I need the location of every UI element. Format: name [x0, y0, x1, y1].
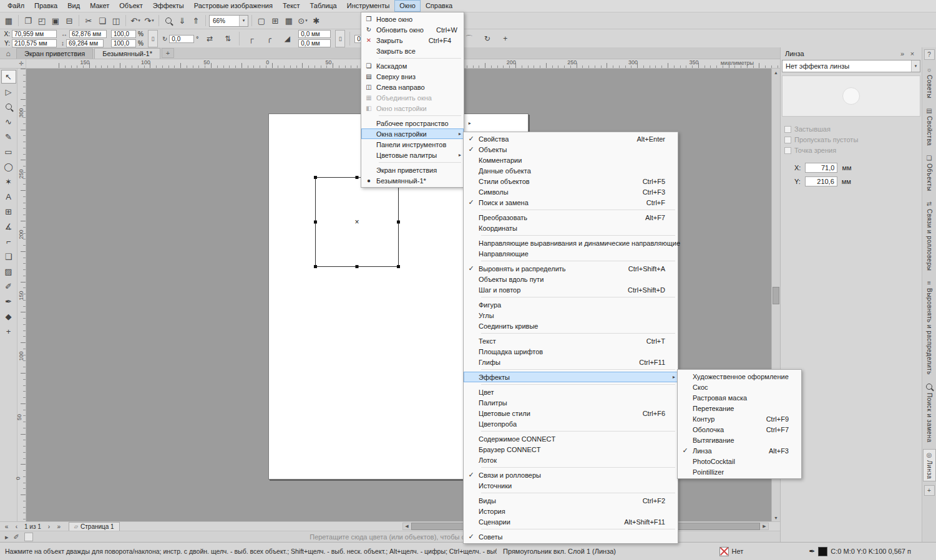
- menu-item-растровая-маска[interactable]: Растровая маска: [678, 392, 801, 403]
- selection-handle[interactable]: [314, 176, 317, 179]
- menu-объект[interactable]: Объект: [114, 0, 147, 12]
- lock-ratio-button[interactable]: ▯: [148, 30, 158, 47]
- add-propbar-item-button[interactable]: +: [499, 32, 512, 46]
- selection-handle[interactable]: [314, 221, 317, 224]
- menu-таблица[interactable]: Таблица: [305, 0, 342, 12]
- menu-item-символы[interactable]: СимволыCtrl+F3: [464, 186, 678, 197]
- convert-to-curve-button[interactable]: ⌒: [462, 32, 476, 46]
- menu-item-окна-настройки[interactable]: Окна настройки▸: [361, 128, 464, 139]
- docker-tab-выровнять-и-распределить[interactable]: ≡Выровнять и распределить: [923, 277, 936, 377]
- refresh-button[interactable]: ↻: [480, 32, 494, 46]
- corner-square-button[interactable]: ┌: [244, 32, 258, 46]
- polygon-tool[interactable]: ✶: [1, 175, 16, 188]
- dimension-tool[interactable]: ∡: [1, 220, 16, 233]
- ellipse-tool[interactable]: ◯: [1, 160, 16, 173]
- menu-макет[interactable]: Макет: [85, 0, 114, 12]
- menu-item-безымянный-1[interactable]: ●Безымянный-1*: [361, 175, 464, 186]
- x-position-field[interactable]: 70,959 мм: [12, 30, 57, 38]
- snap-to-icon[interactable]: ⊙▾: [296, 14, 309, 27]
- docker-close-icon[interactable]: ×: [907, 50, 917, 57]
- previous-page-button[interactable]: ‹: [12, 523, 21, 530]
- selection-handle[interactable]: [356, 265, 359, 268]
- menu-справка[interactable]: Справка: [421, 0, 457, 12]
- mirror-horizontal-button[interactable]: ⇄: [203, 32, 217, 46]
- menu-item-выровнять-и-распределить[interactable]: ✓Выровнять и распределитьCtrl+Shift+A: [464, 263, 678, 274]
- corner-chamfer-button[interactable]: ◢: [280, 32, 294, 46]
- corner-radius-field-2[interactable]: 0,0 мм: [298, 39, 331, 47]
- menu-item-направляющие-выравнивания-и-динамические-направляющие[interactable]: Направляющие выравнивания и динамические…: [464, 238, 678, 248]
- drop-shadow-tool[interactable]: ❑: [1, 249, 16, 263]
- scroll-left-icon[interactable]: ◀: [403, 524, 411, 529]
- menu-item-площадка-шрифтов[interactable]: Площадка шрифтов: [464, 346, 678, 357]
- show-grid-icon[interactable]: ▦: [283, 14, 295, 27]
- palette-eyedropper-icon[interactable]: ✐: [14, 533, 19, 541]
- docker-tab-советы[interactable]: ☼Советы: [923, 64, 936, 101]
- scroll-down-icon[interactable]: ▼: [772, 514, 780, 521]
- menu-item-скос[interactable]: Скос: [678, 382, 801, 392]
- menu-item-цветопроба[interactable]: Цветопроба: [464, 418, 678, 429]
- menu-item-поиск-и-замена[interactable]: ✓Поиск и заменаCtrl+F: [464, 197, 678, 208]
- last-page-button[interactable]: »: [55, 523, 63, 530]
- zoom-tool[interactable]: [1, 100, 16, 113]
- object-width-field[interactable]: 62,876 мм: [69, 30, 107, 38]
- lens-y-field[interactable]: 210,6: [805, 176, 837, 186]
- new-document-icon[interactable]: ❐: [22, 14, 34, 27]
- menu-item-палитры[interactable]: Палитры: [464, 397, 678, 408]
- add-docker-button[interactable]: +: [924, 485, 935, 496]
- menu-item-цветовые-стили[interactable]: Цветовые стилиCtrl+F6: [464, 408, 678, 418]
- menu-вид[interactable]: Вид: [62, 0, 85, 12]
- cut-icon[interactable]: ✂: [82, 14, 95, 27]
- app-grid-icon[interactable]: ▦: [2, 14, 15, 27]
- import-icon[interactable]: ⇓: [176, 14, 188, 27]
- menu-окно[interactable]: Окно: [394, 0, 421, 12]
- object-height-field[interactable]: 69,284 мм: [66, 39, 104, 47]
- scale-y-field[interactable]: 100,0: [111, 39, 136, 47]
- full-screen-preview-icon[interactable]: ▢: [255, 14, 268, 27]
- menu-item-преобразовать[interactable]: ПреобразоватьAlt+F7: [464, 212, 678, 223]
- menu-item-новое-окно[interactable]: ❐Новое окно: [361, 14, 464, 24]
- zoom-level-combo[interactable]: 66%▾: [209, 15, 248, 27]
- lens-x-field[interactable]: 71,0: [805, 163, 837, 173]
- menu-item-контур[interactable]: КонтурCtrl+F9: [678, 413, 801, 424]
- menu-item-перетекание[interactable]: Перетекание: [678, 403, 801, 413]
- mirror-vertical-button[interactable]: ⇅: [221, 32, 235, 46]
- export-icon[interactable]: ⇑: [190, 14, 202, 27]
- y-position-field[interactable]: 210,575 мм: [12, 39, 57, 47]
- add-tools[interactable]: +: [1, 324, 16, 338]
- menu-item-закрыть-все[interactable]: Закрыть все: [361, 46, 464, 56]
- vertical-scroll-thumb[interactable]: [773, 287, 779, 304]
- undo-icon[interactable]: ↶▾: [129, 14, 142, 27]
- color-eyedropper-tool[interactable]: ✐: [1, 279, 16, 293]
- menu-item-панели-инструментов[interactable]: Панели инструментов▸: [361, 139, 464, 150]
- selection-handle[interactable]: [397, 265, 400, 268]
- corner-round-button[interactable]: ╭: [262, 32, 276, 46]
- docker-tab-связи-и-ролловеры[interactable]: ⇄Связи и ролловеры: [923, 198, 936, 273]
- transparency-tool[interactable]: ▨: [1, 264, 16, 278]
- menu-item-художественное-оформление[interactable]: Художественное оформление: [678, 371, 801, 382]
- open-document-icon[interactable]: ◰: [36, 14, 48, 27]
- menu-item-история[interactable]: История: [464, 506, 678, 516]
- paste-icon[interactable]: ◫: [110, 14, 122, 27]
- menu-item-браузер-connect[interactable]: Браузер CONNECT: [464, 444, 678, 455]
- outline-pen-tool[interactable]: ✒: [1, 294, 16, 308]
- menu-item-сценарии[interactable]: СценарииAlt+Shift+F11: [464, 516, 678, 527]
- palette-empty-swatch[interactable]: [24, 533, 33, 541]
- menu-item-обновить-окно[interactable]: ↻Обновить окноCtrl+W: [361, 24, 464, 35]
- menu-item-цвет[interactable]: Цвет: [464, 387, 678, 397]
- selection-handle[interactable]: [397, 221, 400, 224]
- checkbox-icon[interactable]: [784, 137, 791, 143]
- scale-x-field[interactable]: 100,0: [111, 30, 136, 38]
- menu-item-координаты[interactable]: Координаты: [464, 223, 678, 233]
- zoom-level-caret-icon[interactable]: ▾: [239, 16, 248, 26]
- menu-item-вытягивание[interactable]: Вытягивание: [678, 435, 801, 445]
- scroll-up-icon[interactable]: ▲: [772, 69, 780, 76]
- menu-item-стили-объектов[interactable]: Стили объектовCtrl+F5: [464, 176, 678, 186]
- menu-item-текст[interactable]: ТекстCtrl+T: [464, 336, 678, 346]
- new-tab-button[interactable]: +: [162, 48, 174, 58]
- text-tool[interactable]: А: [1, 190, 16, 203]
- menu-item-содержимое-connect[interactable]: Содержимое CONNECT: [464, 433, 678, 444]
- menu-item-сверху-вниз[interactable]: ▤Сверху вниз: [361, 71, 464, 82]
- show-rulers-icon[interactable]: ⊞: [269, 14, 281, 27]
- save-document-icon[interactable]: ▣: [49, 14, 62, 27]
- checkbox-icon[interactable]: [784, 147, 791, 154]
